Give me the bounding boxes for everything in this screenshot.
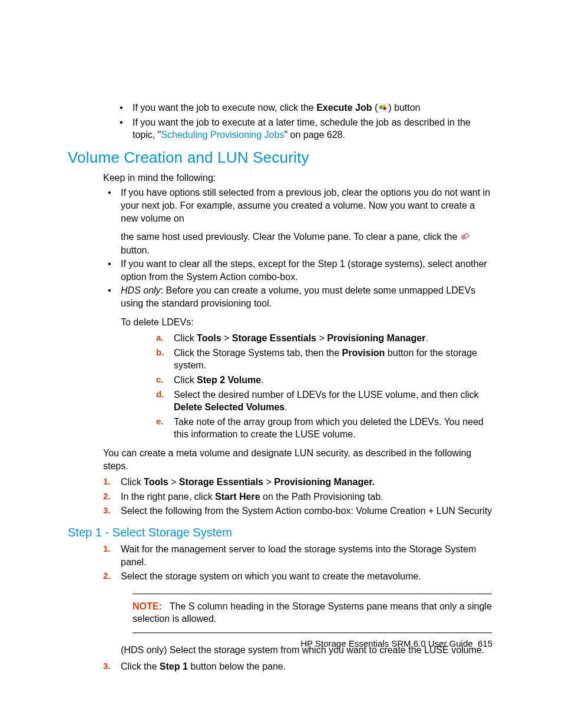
- provisioning-manager-label: Provisioning Manager.: [274, 477, 375, 487]
- marker: c.: [156, 374, 164, 386]
- list-item: HDS only: Before you can create a volume…: [103, 284, 494, 309]
- text: : Before you can create a volume, you mu…: [121, 285, 475, 308]
- text: Take note of the array group from which …: [174, 417, 484, 440]
- intro-paragraph: Keep in mind the following:: [103, 172, 494, 185]
- text: Select the storage system on which you w…: [121, 571, 421, 581]
- page-footer: HP Storage Essentials SRM 6.0 User Guide…: [300, 638, 492, 648]
- start-here-label: Start Here: [215, 492, 260, 502]
- tools-label: Tools: [144, 477, 168, 487]
- text: Click the: [121, 661, 160, 671]
- marker: b.: [156, 347, 164, 358]
- execute-job-icon: [378, 102, 388, 115]
- marker: d.: [156, 388, 164, 400]
- text: >: [222, 333, 232, 343]
- eraser-icon: [460, 231, 471, 244]
- text: .: [425, 333, 428, 343]
- step-d: d. Select the desired number of LDEVs fo…: [156, 388, 494, 414]
- step-b: b. Click the Storage Systems tab, then t…: [156, 347, 494, 372]
- text: ) button: [388, 103, 420, 113]
- marker: 3.: [103, 505, 111, 516]
- marker: 2.: [103, 490, 111, 502]
- text: >: [263, 477, 274, 487]
- step-1: 1.Wait for the management server to load…: [103, 543, 494, 568]
- note-text: NOTE: The S column heading in the Storag…: [133, 600, 492, 625]
- text: Click: [174, 333, 197, 343]
- text: If you have options still selected from …: [121, 186, 494, 225]
- text: button.: [121, 245, 150, 255]
- scheduling-link[interactable]: Scheduling Provisioning Jobs: [161, 130, 284, 140]
- marker: a.: [156, 332, 164, 344]
- delete-ldevs-intro: To delete LDEVs:: [121, 316, 494, 329]
- text: In the right pane, click: [121, 492, 215, 502]
- marker: 2.: [103, 570, 111, 582]
- marker: 3.: [103, 660, 111, 672]
- text: .: [261, 375, 263, 385]
- provisioning-manager-label: Provisioning Manager: [327, 333, 425, 343]
- text: Click the Storage Systems tab, then the: [174, 348, 342, 358]
- text: " on page 628.: [284, 130, 345, 140]
- text: If you want the job to execute now, clic…: [133, 103, 316, 113]
- step1-substeps-cont: 3. Click the Step 1 button below the pan…: [103, 660, 494, 673]
- meta-volume-steps: 1. Click Tools > Storage Essentials > Pr…: [103, 476, 494, 518]
- text: Wait for the management server to load t…: [121, 544, 476, 567]
- step1-substeps: 1.Wait for the management server to load…: [103, 543, 494, 583]
- intro-bullet-list: If you want the job to execute now, clic…: [115, 101, 494, 141]
- text: >: [168, 477, 179, 487]
- marker: e.: [156, 416, 164, 427]
- text: Click: [121, 477, 144, 487]
- step-2: 2. In the right pane, click Start Here o…: [103, 490, 494, 503]
- delete-selected-volumes-label: Delete Selected Volumes: [174, 402, 285, 412]
- text: .: [285, 402, 287, 412]
- text: the same host used previously. Clear the…: [121, 232, 460, 242]
- step1-button-label: Step 1: [160, 661, 188, 671]
- hds-only-label: HDS only: [121, 285, 161, 295]
- text: button below the pane.: [188, 661, 286, 671]
- text: >: [316, 333, 327, 343]
- svg-point-3: [384, 107, 386, 110]
- tools-label: Tools: [197, 333, 221, 343]
- step-3: 3. Click the Step 1 button below the pan…: [103, 660, 494, 673]
- text: (: [372, 103, 378, 113]
- provision-label: Provision: [342, 348, 385, 358]
- step-c: c. Click Step 2 Volume.: [156, 374, 494, 387]
- text: Click: [174, 375, 197, 385]
- step-2: 2.Select the storage system on which you…: [103, 570, 494, 583]
- list-item: If you want the job to execute now, clic…: [115, 101, 494, 115]
- delete-ldevs-steps: a. Click Tools > Storage Essentials > Pr…: [156, 332, 494, 441]
- text: Select the desired number of LDEVs for t…: [174, 390, 479, 400]
- execute-job-label: Execute Job: [316, 103, 372, 113]
- storage-essentials-label: Storage Essentials: [232, 333, 316, 343]
- section-heading-step1: Step 1 - Select Storage System: [68, 526, 494, 539]
- list-item: If you have options still selected from …: [103, 186, 494, 256]
- storage-essentials-label: Storage Essentials: [179, 477, 263, 487]
- note-label: NOTE:: [133, 601, 162, 611]
- section-heading-volume-creation: Volume Creation and LUN Security: [68, 149, 494, 167]
- step-1: 1. Click Tools > Storage Essentials > Pr…: [103, 476, 494, 489]
- text-line: the same host used previously. Clear the…: [121, 230, 494, 256]
- text: Select the following from the System Act…: [121, 506, 492, 516]
- text: on the Path Provisioning tab.: [260, 492, 384, 502]
- page-number: 615: [478, 638, 492, 648]
- meta-volume-intro: You can create a meta volume and designa…: [103, 447, 494, 472]
- step-e: e.Take note of the array group from whic…: [156, 416, 494, 441]
- note-callout: NOTE: The S column heading in the Storag…: [133, 594, 492, 633]
- document-page: If you want the job to execute now, clic…: [0, 0, 562, 728]
- list-item: If you want to clear all the steps, exce…: [103, 258, 494, 283]
- step2-volume-label: Step 2 Volume: [197, 375, 261, 385]
- step-a: a. Click Tools > Storage Essentials > Pr…: [156, 332, 494, 345]
- delete-ldevs-block: To delete LDEVs: a. Click Tools > Storag…: [121, 316, 494, 441]
- note-body: The S column heading in the Storage Syst…: [133, 601, 492, 624]
- marker: 1.: [103, 543, 111, 555]
- list-item: If you want the job to execute at a late…: [115, 116, 494, 141]
- step-3: 3.Select the following from the System A…: [103, 505, 494, 518]
- marker: 1.: [103, 476, 111, 487]
- considerations-list: If you have options still selected from …: [103, 186, 494, 309]
- footer-title: HP Storage Essentials SRM 6.0 User Guide: [300, 638, 472, 648]
